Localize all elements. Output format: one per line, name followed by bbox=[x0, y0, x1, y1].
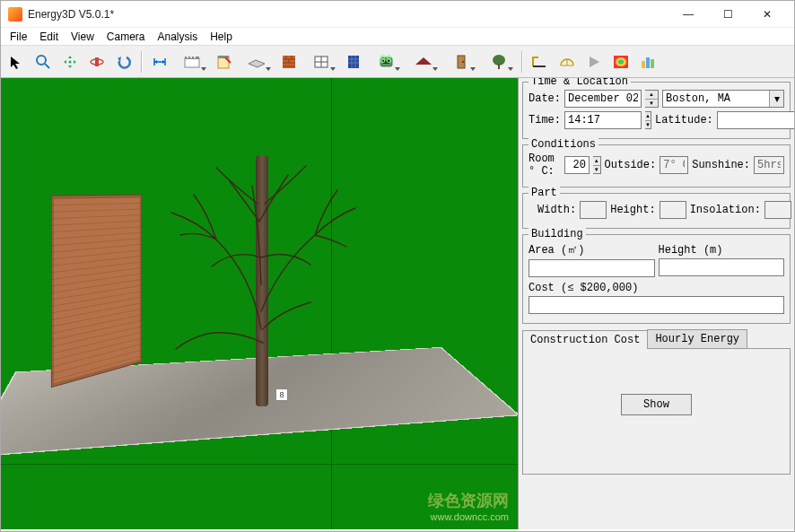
group-conditions: Conditions Room ° C: ▲▼ Outside: Sunshin… bbox=[522, 144, 791, 188]
menu-edit[interactable]: Edit bbox=[34, 29, 64, 45]
menu-analysis[interactable]: Analysis bbox=[153, 29, 204, 45]
building-area-field[interactable] bbox=[529, 259, 655, 277]
tab-body: Show bbox=[522, 349, 791, 475]
tab-hourly-energy[interactable]: Hourly Energy bbox=[647, 329, 747, 348]
date-field[interactable] bbox=[564, 90, 642, 108]
notebook-icon[interactable] bbox=[175, 50, 209, 74]
undo-icon[interactable] bbox=[112, 50, 135, 74]
menu-view[interactable]: View bbox=[66, 29, 100, 45]
sun-path-icon[interactable] bbox=[529, 50, 552, 74]
wall-icon[interactable] bbox=[277, 50, 301, 74]
time-label: Time: bbox=[529, 114, 561, 126]
sensor-icon[interactable]: 88 bbox=[369, 50, 403, 74]
close-button[interactable]: ✕ bbox=[747, 2, 787, 27]
svg-point-2 bbox=[69, 60, 72, 63]
solar-panel-icon[interactable] bbox=[342, 50, 365, 74]
sunshine-field bbox=[754, 156, 784, 174]
latitude-field[interactable] bbox=[717, 111, 794, 129]
svg-point-43 bbox=[618, 59, 624, 64]
watermark: 绿色资源网 www.downcc.com bbox=[428, 490, 509, 522]
svg-rect-46 bbox=[651, 59, 654, 68]
separator bbox=[141, 51, 143, 73]
svg-point-0 bbox=[37, 56, 46, 65]
outside-field bbox=[660, 156, 688, 174]
legend-time-location: Time & Location bbox=[529, 78, 631, 88]
building-area-label: Area (㎡) bbox=[529, 244, 584, 257]
app-icon bbox=[8, 7, 22, 22]
chevron-down-icon[interactable]: ▾ bbox=[769, 91, 783, 107]
group-building: Building Area (㎡) Height (m) Cost (≤ $20… bbox=[522, 234, 791, 324]
group-part: Part Width: Height: Insolation: bbox=[522, 193, 791, 229]
select-tool-icon[interactable] bbox=[4, 50, 28, 74]
foundation-icon[interactable] bbox=[240, 50, 274, 74]
menu-help[interactable]: Help bbox=[205, 29, 238, 45]
roof-icon[interactable] bbox=[406, 50, 441, 74]
part-insolation-label: Insolation: bbox=[690, 204, 761, 216]
show-button[interactable]: Show bbox=[621, 394, 692, 415]
part-height-field bbox=[660, 201, 686, 219]
scene-marker: 8 bbox=[275, 388, 288, 401]
latitude-label: Latitude: bbox=[655, 114, 713, 126]
building-height-label: Height (m) bbox=[659, 244, 723, 257]
svg-point-12 bbox=[194, 57, 196, 58]
scene-tree-trunk bbox=[256, 155, 268, 406]
tab-construction-cost[interactable]: Construction Cost bbox=[522, 330, 648, 349]
chart-icon[interactable] bbox=[636, 50, 660, 74]
menu-file[interactable]: File bbox=[4, 29, 32, 45]
heliodon-icon[interactable] bbox=[555, 50, 579, 74]
titlebar: Energy3D V5.0.1* ― ☐ ✕ bbox=[1, 1, 794, 28]
building-cost-field[interactable] bbox=[529, 296, 784, 314]
date-label: Date: bbox=[529, 92, 561, 105]
group-time-location: Time & Location Date: ▲▼ Boston, MA ▾ Ti… bbox=[522, 82, 791, 139]
rotate-tool-icon[interactable] bbox=[85, 50, 109, 74]
svg-rect-14 bbox=[218, 56, 229, 58]
3d-viewport[interactable]: 8 绿色资源网 www.downcc.com bbox=[1, 78, 518, 529]
outside-label: Outside: bbox=[605, 159, 657, 171]
notes-icon[interactable] bbox=[213, 50, 236, 74]
side-panel: Time & Location Date: ▲▼ Boston, MA ▾ Ti… bbox=[518, 78, 794, 529]
svg-rect-44 bbox=[642, 61, 645, 68]
date-spinner[interactable]: ▲▼ bbox=[645, 90, 659, 108]
heatmap-icon[interactable] bbox=[609, 50, 633, 74]
svg-point-11 bbox=[190, 57, 192, 58]
svg-rect-37 bbox=[498, 64, 500, 69]
svg-text:88: 88 bbox=[380, 55, 392, 65]
time-field[interactable] bbox=[564, 111, 642, 129]
separator bbox=[521, 51, 523, 73]
legend-building: Building bbox=[529, 228, 586, 240]
legend-part: Part bbox=[529, 187, 560, 199]
run-icon[interactable] bbox=[582, 50, 606, 74]
svg-point-10 bbox=[187, 57, 188, 58]
time-spinner[interactable]: ▲▼ bbox=[645, 111, 651, 129]
maximize-button[interactable]: ☐ bbox=[708, 2, 747, 27]
tabs: Construction Cost Hourly Energy bbox=[522, 329, 791, 349]
window-grid-icon[interactable] bbox=[304, 50, 338, 74]
part-insolation-field bbox=[764, 201, 791, 219]
menubar: File Edit View Camera Analysis Help bbox=[1, 28, 794, 46]
tree-icon[interactable] bbox=[482, 50, 516, 74]
building-height-field[interactable] bbox=[659, 258, 785, 276]
part-height-label: Height: bbox=[610, 204, 655, 216]
minimize-button[interactable]: ― bbox=[668, 2, 708, 27]
svg-rect-26 bbox=[348, 56, 359, 68]
menu-camera[interactable]: Camera bbox=[101, 29, 151, 45]
svg-rect-8 bbox=[185, 58, 199, 67]
sunshine-label: Sunshine: bbox=[692, 159, 750, 171]
room-temp-field[interactable] bbox=[564, 156, 590, 174]
axis-horizontal bbox=[1, 464, 518, 465]
zoom-tool-icon[interactable] bbox=[31, 50, 55, 74]
watermark-line1: 绿色资源网 bbox=[428, 490, 509, 511]
scene-wall bbox=[51, 195, 142, 388]
window-title: Energy3D V5.0.1* bbox=[28, 8, 668, 21]
watermark-line2: www.downcc.com bbox=[428, 511, 509, 522]
part-width-label: Width: bbox=[537, 204, 576, 216]
room-temp-label: Room ° C: bbox=[529, 153, 561, 178]
pan-tool-icon[interactable] bbox=[58, 50, 82, 74]
axis-vertical bbox=[331, 78, 332, 529]
dimension-tool-icon[interactable] bbox=[148, 50, 171, 74]
location-combo[interactable]: Boston, MA ▾ bbox=[662, 90, 784, 108]
svg-line-1 bbox=[45, 64, 49, 68]
svg-rect-4 bbox=[95, 57, 99, 66]
room-temp-spinner[interactable]: ▲▼ bbox=[593, 156, 601, 174]
door-icon[interactable] bbox=[444, 50, 478, 74]
